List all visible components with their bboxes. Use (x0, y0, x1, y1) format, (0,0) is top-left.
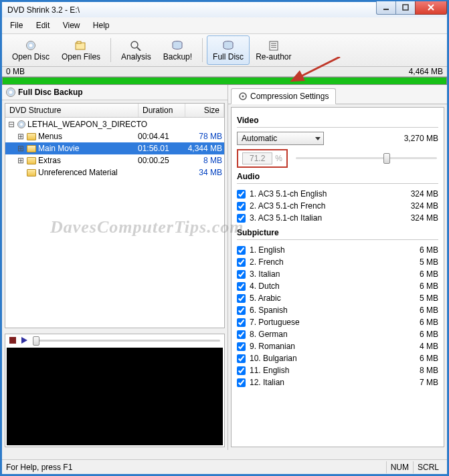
subpicture-track-checkbox[interactable] (237, 282, 246, 291)
menu-view[interactable]: View (58, 19, 86, 32)
subpicture-track-label: 5. Arabic (250, 293, 281, 303)
subpicture-track-label: 12. Italian (250, 378, 284, 387)
files-icon (75, 39, 87, 52)
svg-point-14 (242, 96, 244, 98)
disc-icon (17, 120, 25, 128)
video-size: 3,270 MB (404, 134, 438, 143)
subpicture-track-row[interactable]: 1. English6 MB (237, 244, 438, 256)
analysis-button[interactable]: Analysis (115, 35, 157, 65)
audio-track-row[interactable]: 2. AC3 5.1-ch French324 MB (237, 200, 438, 212)
tree-row-extras[interactable]: ⊞Extras 00:00.258 MB (5, 154, 224, 166)
status-help: For Help, press F1 (6, 463, 386, 472)
subpicture-track-checkbox[interactable] (237, 294, 246, 303)
slider-thumb[interactable] (383, 153, 390, 164)
subpicture-track-size: 7 MB (420, 378, 438, 387)
video-mode-combo[interactable]: Automatic (237, 132, 324, 145)
open-disc-button[interactable]: Open Disc (6, 35, 56, 65)
audio-track-checkbox[interactable] (237, 214, 246, 223)
minimize-button[interactable] (376, 1, 396, 15)
subpicture-track-row[interactable]: 5. Arabic5 MB (237, 292, 438, 304)
audio-track-label: 2. AC3 5.1-ch French (250, 201, 325, 211)
subpicture-track-row[interactable]: 4. Dutch6 MB (237, 280, 438, 292)
audio-track-row[interactable]: 3. AC3 5.1-ch Italian324 MB (237, 212, 438, 224)
disc-icon (6, 88, 15, 97)
subpicture-track-row[interactable]: 11. English8 MB (237, 364, 438, 376)
analysis-label: Analysis (121, 52, 151, 62)
compression-slider[interactable] (296, 157, 437, 159)
subpicture-track-checkbox[interactable] (237, 318, 246, 327)
preview-slider[interactable] (33, 340, 220, 342)
play-button[interactable] (21, 337, 27, 344)
tree-row-menus[interactable]: ⊞Menus 00:04.4178 MB (5, 130, 224, 142)
subpicture-track-checkbox[interactable] (237, 270, 246, 279)
subpicture-track-checkbox[interactable] (237, 366, 246, 375)
column-header[interactable]: DVD Structure Duration Size (5, 104, 224, 118)
subpicture-track-size: 6 MB (420, 306, 438, 315)
tree-row-unreferenced[interactable]: ⊞Unreferenced Material 34 MB (5, 166, 224, 178)
reauthor-icon (268, 39, 280, 52)
titlebar: DVD Shrink 3.2 - E:\ (2, 0, 447, 17)
subpicture-track-row[interactable]: 6. Spanish6 MB (237, 304, 438, 316)
subpicture-track-checkbox[interactable] (237, 330, 246, 339)
stop-button[interactable] (9, 337, 16, 344)
compression-settings-panel: Video Automatic 3,270 MB 71.2 % Audio 1.… (231, 107, 444, 447)
menu-file[interactable]: File (5, 19, 28, 32)
audio-heading: Audio (237, 172, 438, 184)
tab-bar: Compression Settings (228, 85, 447, 104)
close-button[interactable] (415, 1, 447, 15)
subpicture-track-row[interactable]: 12. Italian7 MB (237, 376, 438, 388)
subpicture-track-checkbox[interactable] (237, 306, 246, 315)
col-structure[interactable]: DVD Structure (5, 104, 139, 117)
subpicture-track-size: 5 MB (420, 257, 438, 267)
maximize-button[interactable] (395, 1, 416, 15)
subpicture-track-size: 4 MB (420, 342, 438, 351)
subpicture-track-size: 6 MB (420, 281, 438, 291)
collapse-icon[interactable]: ⊟ (7, 120, 15, 129)
expand-icon[interactable]: ⊞ (17, 144, 25, 153)
subpicture-track-row[interactable]: 7. Portuguese6 MB (237, 316, 438, 328)
subpicture-track-row[interactable]: 3. Italian6 MB (237, 268, 438, 280)
tab-compression-settings[interactable]: Compression Settings (231, 88, 336, 104)
audio-track-checkbox[interactable] (237, 202, 246, 211)
col-size[interactable]: Size (185, 104, 224, 117)
backup-button[interactable]: Backup! (157, 35, 198, 65)
subpicture-track-row[interactable]: 8. German6 MB (237, 328, 438, 340)
subpicture-track-label: 10. Bulgarian (250, 354, 297, 363)
subpicture-track-row[interactable]: 2. French5 MB (237, 256, 438, 268)
subpicture-track-size: 6 MB (420, 318, 438, 327)
menu-edit[interactable]: Edit (31, 19, 56, 32)
svg-rect-0 (383, 9, 389, 10)
subpicture-track-checkbox[interactable] (237, 246, 246, 255)
compression-percent-highlight: 71.2 % (237, 149, 288, 168)
toolbar: Open Disc Open Files Analysis Backup! Fu… (2, 34, 447, 67)
tree-row-main-movie[interactable]: ⊞Main Movie 01:56.014,344 MB (5, 142, 224, 154)
preview-screen (7, 348, 223, 445)
expand-icon[interactable]: ⊞ (17, 132, 25, 141)
disc-icon (26, 39, 35, 52)
audio-track-size: 324 MB (411, 213, 438, 223)
menu-help[interactable]: Help (88, 19, 115, 32)
disc-capacity-bar (2, 77, 447, 85)
subpicture-track-label: 9. Romanian (250, 342, 295, 351)
subpicture-track-checkbox[interactable] (237, 378, 246, 387)
subpicture-track-checkbox[interactable] (237, 258, 246, 267)
audio-track-size: 324 MB (411, 201, 438, 211)
subpicture-track-row[interactable]: 10. Bulgarian6 MB (237, 352, 438, 364)
subpicture-track-checkbox[interactable] (237, 342, 246, 351)
audio-track-row[interactable]: 1. AC3 5.1-ch English324 MB (237, 188, 438, 200)
size-right: 4,464 MB (409, 67, 443, 76)
expand-icon[interactable]: ⊞ (17, 156, 25, 165)
slider-thumb[interactable] (33, 336, 39, 346)
video-heading: Video (237, 116, 438, 128)
subpicture-track-label: 11. English (250, 366, 289, 375)
subpicture-track-label: 7. Portuguese (250, 318, 300, 327)
open-files-button[interactable]: Open Files (56, 35, 106, 65)
reauthor-button[interactable]: Re-author (250, 35, 297, 65)
dvd-structure-tree[interactable]: DVD Structure Duration Size ⊟LETHAL_WEAP… (5, 103, 225, 328)
tree-row-root[interactable]: ⊟LETHAL_WEAPON_3_DIRECTO (5, 118, 224, 130)
subpicture-track-checkbox[interactable] (237, 354, 246, 363)
full-disc-button[interactable]: Full Disc (207, 35, 250, 65)
subpicture-track-row[interactable]: 9. Romanian4 MB (237, 340, 438, 352)
audio-track-checkbox[interactable] (237, 190, 246, 199)
col-duration[interactable]: Duration (139, 104, 185, 117)
